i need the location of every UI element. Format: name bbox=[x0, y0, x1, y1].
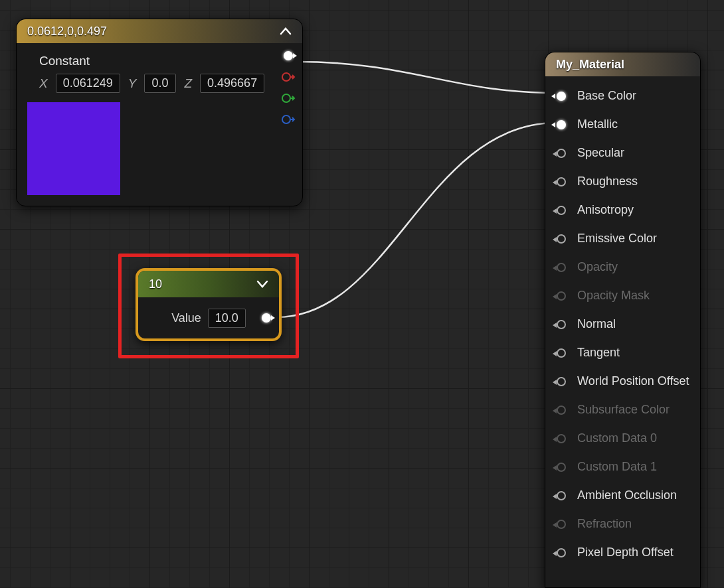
z-axis-label: Z bbox=[184, 76, 192, 91]
color-swatch[interactable] bbox=[27, 102, 120, 195]
material-input-specular[interactable]: Specular bbox=[545, 139, 700, 167]
y-input[interactable]: 0.0 bbox=[144, 74, 176, 93]
input-label: Metallic bbox=[577, 117, 618, 131]
input-pin[interactable] bbox=[555, 204, 568, 217]
value-input[interactable]: 10.0 bbox=[208, 309, 246, 328]
output-pin-g[interactable] bbox=[281, 92, 296, 104]
input-label: Emissive Color bbox=[577, 232, 657, 246]
output-pin[interactable] bbox=[259, 312, 274, 324]
y-axis-label: Y bbox=[128, 76, 137, 91]
material-input-list: Base ColorMetallicSpecularRoughnessAniso… bbox=[545, 76, 700, 572]
material-input-subsurface-color[interactable]: Subsurface Color bbox=[545, 396, 700, 424]
input-label: Pixel Depth Offset bbox=[577, 546, 674, 559]
input-label: Base Color bbox=[577, 89, 636, 103]
input-pin[interactable] bbox=[555, 461, 568, 474]
input-label: Specular bbox=[577, 146, 624, 160]
material-input-ambient-occlusion[interactable]: Ambient Occlusion bbox=[545, 481, 700, 510]
input-pin[interactable] bbox=[555, 118, 568, 131]
output-pin-r[interactable] bbox=[281, 71, 296, 83]
x-axis-label: X bbox=[39, 76, 48, 91]
input-label: Anisotropy bbox=[577, 203, 634, 217]
input-label: Subsurface Color bbox=[577, 403, 670, 417]
input-pin[interactable] bbox=[555, 147, 568, 160]
input-label: Refraction bbox=[577, 517, 632, 531]
input-pin[interactable] bbox=[555, 375, 568, 388]
node-title: 10 bbox=[149, 277, 162, 291]
value-label: Value bbox=[171, 311, 201, 325]
material-input-world-position-offset[interactable]: World Position Offset bbox=[545, 367, 700, 396]
input-pin[interactable] bbox=[555, 289, 568, 303]
input-pin[interactable] bbox=[555, 175, 568, 188]
material-input-custom-data-0[interactable]: Custom Data 0 bbox=[545, 424, 700, 453]
material-input-roughness[interactable]: Roughness bbox=[545, 167, 700, 196]
input-pin[interactable] bbox=[555, 546, 568, 559]
input-label: Normal bbox=[577, 317, 616, 331]
input-label: World Position Offset bbox=[577, 374, 689, 388]
input-pin[interactable] bbox=[555, 489, 568, 502]
expand-icon[interactable] bbox=[256, 280, 268, 288]
input-label: Tangent bbox=[577, 346, 620, 360]
input-label: Ambient Occlusion bbox=[577, 488, 677, 502]
input-pin[interactable] bbox=[555, 90, 568, 103]
node-header[interactable]: My_Material bbox=[545, 52, 700, 76]
input-label: Opacity Mask bbox=[577, 289, 650, 303]
input-pin[interactable] bbox=[555, 261, 568, 274]
material-input-custom-data-1[interactable]: Custom Data 1 bbox=[545, 453, 700, 481]
material-result-node[interactable]: My_Material Base ColorMetallicSpecularRo… bbox=[545, 52, 701, 588]
input-pin[interactable] bbox=[555, 404, 568, 417]
input-pin[interactable] bbox=[555, 346, 568, 360]
node-header[interactable]: 0.0612,0,0.497 bbox=[17, 19, 302, 43]
input-label: Custom Data 1 bbox=[577, 460, 657, 474]
material-input-pixel-depth-offset[interactable]: Pixel Depth Offset bbox=[545, 538, 700, 567]
material-input-normal[interactable]: Normal bbox=[545, 310, 700, 338]
material-input-opacity-mask[interactable]: Opacity Mask bbox=[545, 281, 700, 310]
svg-point-0 bbox=[282, 73, 290, 81]
material-input-base-color[interactable]: Base Color bbox=[545, 82, 700, 110]
input-pin[interactable] bbox=[555, 232, 568, 246]
node-header[interactable]: 10 bbox=[138, 271, 279, 297]
material-input-opacity[interactable]: Opacity bbox=[545, 253, 700, 281]
z-input[interactable]: 0.496667 bbox=[200, 74, 264, 93]
material-input-metallic[interactable]: Metallic bbox=[545, 110, 700, 139]
node-title: 0.0612,0,0.497 bbox=[27, 25, 107, 38]
input-pin[interactable] bbox=[555, 432, 568, 445]
input-label: Roughness bbox=[577, 175, 638, 188]
collapse-icon[interactable] bbox=[280, 27, 292, 35]
node-title: My_Material bbox=[556, 58, 624, 72]
constant3vector-node[interactable]: 0.0612,0,0.497 Constant X 0.061249 Y 0.0… bbox=[16, 19, 303, 206]
input-label: Opacity bbox=[577, 260, 618, 274]
constant-label: Constant bbox=[39, 54, 292, 68]
constant-scalar-node[interactable]: 10 Value 10.0 bbox=[136, 268, 282, 341]
material-input-emissive-color[interactable]: Emissive Color bbox=[545, 224, 700, 253]
output-pin-rgb[interactable] bbox=[281, 50, 296, 62]
material-input-anisotropy[interactable]: Anisotropy bbox=[545, 196, 700, 224]
svg-point-2 bbox=[282, 115, 290, 123]
svg-point-1 bbox=[282, 94, 290, 102]
input-pin[interactable] bbox=[555, 318, 568, 331]
x-input[interactable]: 0.061249 bbox=[56, 74, 120, 93]
input-label: Custom Data 0 bbox=[577, 431, 657, 445]
material-input-refraction[interactable]: Refraction bbox=[545, 510, 700, 538]
input-pin[interactable] bbox=[555, 518, 568, 531]
output-pin-b[interactable] bbox=[281, 113, 296, 125]
material-input-tangent[interactable]: Tangent bbox=[545, 338, 700, 367]
